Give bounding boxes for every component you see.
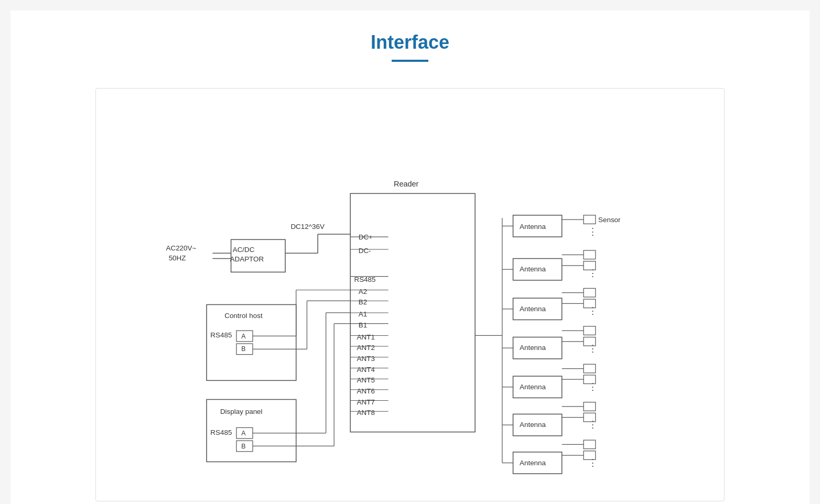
svg-text:Antenna: Antenna [520,383,546,391]
svg-text:Antenna: Antenna [520,305,546,313]
svg-text:A2: A2 [359,288,367,295]
page-container: Interface AC/DC ADAPTOR AC220V~ 50HZ DC1… [10,10,810,504]
svg-text:AC/DC: AC/DC [233,246,255,254]
svg-text:RS485: RS485 [210,429,232,436]
svg-text:B: B [241,345,245,353]
svg-text:⋮: ⋮ [588,381,598,392]
svg-rect-98 [584,288,596,297]
svg-text:B: B [241,443,245,450]
svg-rect-104 [584,364,596,373]
svg-text:⋮: ⋮ [588,226,598,237]
svg-text:B1: B1 [359,321,367,329]
svg-rect-101 [584,326,596,335]
svg-text:DC12^36V: DC12^36V [290,223,325,231]
svg-text:ANT1: ANT1 [357,333,375,341]
svg-rect-110 [584,440,596,449]
svg-text:DC+: DC+ [359,233,373,241]
svg-rect-92 [584,215,596,224]
svg-text:Antenna: Antenna [520,265,546,273]
page-title: Interface [371,31,449,53]
svg-text:RS485: RS485 [354,276,375,283]
title-section: Interface [371,31,449,62]
interface-diagram: AC/DC ADAPTOR AC220V~ 50HZ DC12^36V Read… [112,109,708,478]
svg-text:⋮: ⋮ [588,457,598,468]
svg-text:⋮: ⋮ [588,343,598,354]
svg-text:B2: B2 [359,298,367,306]
svg-text:ANT4: ANT4 [357,366,375,374]
svg-text:DC-: DC- [359,247,371,255]
svg-rect-95 [584,250,596,259]
diagram-wrapper: AC/DC ADAPTOR AC220V~ 50HZ DC12^36V Read… [95,88,725,501]
svg-text:Antenna: Antenna [520,421,546,429]
svg-text:Sensor: Sensor [598,216,621,224]
svg-text:RS485: RS485 [210,331,232,339]
svg-rect-107 [584,402,596,411]
svg-text:ANT8: ANT8 [357,409,375,417]
svg-text:ANT7: ANT7 [357,398,375,406]
svg-text:A: A [241,430,246,437]
svg-text:Antenna: Antenna [520,223,546,231]
svg-text:Antenna: Antenna [520,459,546,467]
svg-text:ADAPTOR: ADAPTOR [230,255,264,263]
svg-text:A1: A1 [359,310,367,318]
svg-text:Display panel: Display panel [220,408,263,415]
svg-text:ANT2: ANT2 [357,344,375,352]
svg-text:ANT5: ANT5 [357,376,375,384]
svg-text:⋮: ⋮ [588,268,598,279]
svg-text:⋮: ⋮ [588,305,598,316]
svg-text:Antenna: Antenna [520,344,546,352]
svg-text:50HZ: 50HZ [169,254,186,262]
svg-text:A: A [241,333,246,340]
svg-text:Control host: Control host [224,312,263,320]
svg-text:⋮: ⋮ [588,419,598,430]
svg-text:AC220V~: AC220V~ [166,244,196,252]
svg-text:ANT3: ANT3 [357,355,375,363]
svg-text:Reader: Reader [394,180,419,188]
title-underline [392,60,428,62]
svg-text:ANT6: ANT6 [357,387,375,395]
